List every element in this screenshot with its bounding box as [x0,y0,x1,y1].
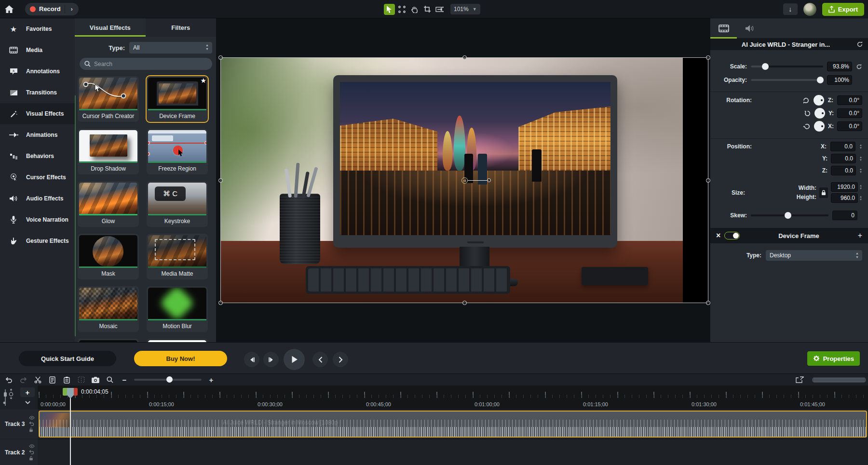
sidebar-item-voice-narration[interactable]: Voice Narration [0,209,75,230]
detach-timeline-icon[interactable] [796,376,804,383]
buy-now-button[interactable]: Buy Now! [134,351,227,366]
selection-handle-se[interactable] [706,301,710,305]
zoom-out-button[interactable]: − [120,376,129,384]
playhead-line[interactable] [70,398,71,465]
rotate-z-icon[interactable] [802,97,810,104]
size-height-value[interactable]: 960.0 [831,193,858,203]
tab-visual-effects[interactable]: Visual Effects [75,18,146,37]
add-keyframe-icon[interactable]: + [858,231,862,240]
scale-value[interactable]: 93.8% [827,62,852,71]
selection-handle-nw[interactable] [218,55,223,60]
eye-icon[interactable] [29,444,35,448]
loop-icon[interactable] [29,421,35,426]
snapshot-button[interactable] [91,377,100,383]
selection-handle-n[interactable] [462,55,467,60]
effect-tile-device-frame[interactable]: ★ Device Frame [147,76,208,122]
sidebar-item-favorites[interactable]: ★ Favorites [0,18,75,40]
track-3-header[interactable]: Track 3 [0,410,38,438]
canvas-zoom-select[interactable]: 101% ▼ [450,4,480,14]
effect-tile-cursor-path-creator[interactable]: Cursor Path Creator [78,76,139,122]
track-2-header[interactable]: Track 2 [0,439,38,465]
quick-start-guide-button[interactable]: Quick Start Guide [19,351,116,366]
effect-tile-partial-2[interactable] [147,339,208,342]
search-input[interactable] [94,61,207,67]
size-width-value[interactable]: 1920.0 [831,182,858,192]
playhead[interactable] [63,388,78,399]
device-frame-toggle[interactable] [724,232,740,239]
animation-tool-button[interactable] [434,4,445,15]
track-fader-icon[interactable] [3,388,15,407]
scale-reset-icon[interactable] [856,64,862,70]
remove-effect-icon[interactable]: × [716,231,720,240]
position-z-value[interactable]: 0.0 [831,166,856,175]
cut-button[interactable] [33,376,42,384]
playhead-body[interactable] [67,388,74,399]
copy-button[interactable] [47,376,57,384]
opacity-slider[interactable] [751,79,823,81]
search-box[interactable] [80,58,212,70]
selection-handle-w[interactable] [218,178,223,183]
effect-tile-mask[interactable]: Mask [78,234,139,279]
position-y-value[interactable]: 0.0 [831,154,856,163]
add-track-button[interactable]: + [20,387,35,397]
sidebar-item-visual-effects[interactable]: Visual Effects [0,103,75,124]
stepper-icon[interactable]: ▲▼ [859,168,862,173]
rotate-x-icon[interactable] [803,123,811,130]
track-2-lane[interactable] [38,439,868,465]
canvas[interactable] [216,18,710,342]
sidebar-item-audio-effects[interactable]: Audio Effects [0,188,75,209]
effect-tile-media-matte[interactable]: Media Matte [147,234,208,279]
sidebar-item-media[interactable]: Media [0,40,75,61]
effect-tile-freeze-region[interactable]: Freeze Region [147,129,208,174]
record-chevron-icon[interactable]: › [67,4,77,14]
stepper-icon[interactable]: ▲▼ [859,184,862,190]
undo-button[interactable] [4,377,14,383]
collapse-tracks-button[interactable] [20,399,35,406]
rotation-x-dial[interactable] [814,121,825,132]
rotation-x-value[interactable]: 0.0° [837,121,862,131]
opacity-value[interactable]: 100% [827,75,852,85]
sidebar-item-animations[interactable]: Animations [0,124,75,146]
effect-tile-glow[interactable]: Glow [78,181,139,227]
selection-handle-ne[interactable] [706,55,710,60]
rotate-y-icon[interactable] [804,110,811,117]
lock-aspect-icon[interactable] [819,187,828,198]
position-x-value[interactable]: 0.0 [830,142,855,151]
lock-icon[interactable] [29,456,35,461]
home-button[interactable] [0,0,18,18]
sidebar-item-annotations[interactable]: a Annotations [0,61,75,82]
play-button[interactable] [284,349,305,370]
lock-icon[interactable] [29,427,35,432]
scale-slider[interactable] [751,66,823,67]
timeline-ruler[interactable]: 0:00:00;00 0:00:15;00 0:00:30;00 0:00:45… [38,385,868,409]
rotation-y-value[interactable]: 0.0° [837,108,862,118]
rotation-z-value[interactable]: 0.0° [837,95,862,105]
next-frame-button[interactable] [263,352,279,367]
selection-handle-sw[interactable] [218,301,223,305]
crop-tool-button[interactable] [421,4,433,15]
track-3-lane[interactable]: AI Juice WRLD - Stranger in Moscow [1080… [38,410,868,438]
favorite-star-icon[interactable]: ★ [200,77,206,84]
properties-toggle-button[interactable]: Properties [807,351,860,366]
pan-tool-button[interactable] [409,4,420,15]
zoom-in-button[interactable]: + [206,376,216,384]
previous-frame-button[interactable] [244,352,259,367]
sidebar-item-behaviors[interactable]: Behaviors [0,146,75,167]
rotation-y-dial[interactable] [814,108,825,119]
sidebar-item-cursor-effects[interactable]: Cursor Effects [0,167,75,188]
stepper-icon[interactable]: ▲▼ [859,156,862,161]
loop-icon[interactable] [29,450,35,454]
playhead-out-handle[interactable] [74,388,78,396]
zoom-tool-icon[interactable] [105,376,115,383]
timeline-zoom-slider[interactable] [134,379,202,381]
eye-icon[interactable] [29,416,35,420]
type-select[interactable]: All ▲▼ [129,42,212,53]
rotation-z-dial[interactable] [814,95,824,106]
tab-filters[interactable]: Filters [146,18,217,37]
video-preview[interactable] [220,57,708,303]
reset-all-icon[interactable] [856,41,863,48]
sidebar-item-transitions[interactable]: Transitions [0,82,75,103]
effect-tile-drop-shadow[interactable]: Drop Shadow [78,129,139,174]
properties-tab-audio[interactable] [737,18,763,38]
selection-handle-e[interactable] [706,178,710,183]
